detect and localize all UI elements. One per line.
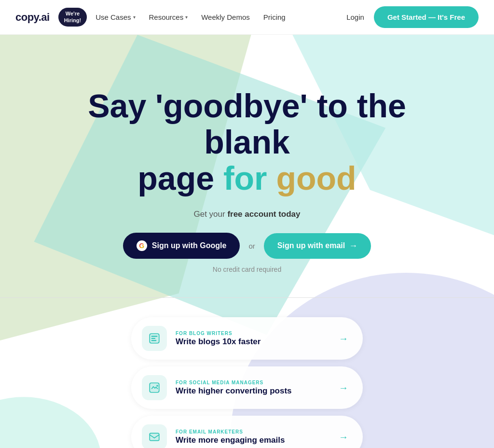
usecase-card-social[interactable]: FOR SOCIAL MEDIA MANAGERS Write higher c… [131,366,363,409]
email-icon [148,431,161,443]
nav-links: Use Cases ▾ Resources ▾ Weekly Demos Pri… [96,13,286,21]
signup-email-button[interactable]: Sign up with email → [264,233,371,259]
card-label-blog: FOR BLOG WRITERS [176,331,330,336]
svg-rect-8 [151,338,156,339]
chevron-down-icon: ▾ [133,14,136,20]
hero-area: Say 'goodbye' to the blank page for good… [0,35,494,448]
signup-google-button[interactable]: G Sign up with Google [123,233,240,259]
nav-use-cases[interactable]: Use Cases ▾ [96,13,135,21]
navbar: copy.ai We'reHiring! Use Cases ▾ Resourc… [0,0,494,35]
nav-pricing[interactable]: Pricing [263,13,286,21]
card-arrow-icon: → [339,333,348,344]
social-icon-wrap [142,375,167,400]
card-label-social: FOR SOCIAL MEDIA MANAGERS [176,380,330,385]
card-label-email: FOR EMAIL MARKETERS [176,429,330,434]
signup-row: G Sign up with Google or Sign up with em… [123,233,371,259]
usecase-card-blog[interactable]: FOR BLOG WRITERS Write blogs 10x faster … [131,317,363,360]
hero-content: Say 'goodbye' to the blank page for good… [0,35,494,448]
get-started-button[interactable]: Get Started — It's Free [374,6,479,28]
card-title-email: Write more engaging emails [176,435,330,445]
nav-right: Login Get Started — It's Free [346,6,479,28]
login-button[interactable]: Login [346,13,364,21]
social-icon [148,381,161,394]
nav-weekly-demos[interactable]: Weekly Demos [201,13,250,21]
hero-title: Say 'goodbye' to the blank page for good [49,88,445,196]
logo[interactable]: copy.ai [15,11,50,24]
nav-resources[interactable]: Resources ▾ [149,13,188,21]
card-title-social: Write higher converting posts [176,386,330,396]
blog-icon [148,332,161,345]
card-title-blog: Write blogs 10x faster [176,337,330,347]
arrow-icon: → [349,241,357,251]
nav-left: copy.ai We'reHiring! Use Cases ▾ Resourc… [15,8,286,26]
usecase-cards: FOR BLOG WRITERS Write blogs 10x faster … [131,317,363,448]
email-icon-wrap [142,424,167,448]
card-arrow-icon: → [339,432,348,443]
svg-rect-9 [151,340,157,341]
svg-rect-7 [151,336,158,337]
blog-icon-wrap [142,326,167,351]
divider [0,297,494,298]
svg-rect-14 [150,434,159,441]
card-arrow-icon: → [339,382,348,393]
google-icon: G [137,240,147,251]
hiring-badge[interactable]: We'reHiring! [58,8,87,26]
no-credit-card-note: No credit card required [213,266,281,273]
svg-rect-13 [156,385,158,387]
or-divider: or [248,242,255,250]
chevron-down-icon: ▾ [185,14,188,20]
hero-subtitle: Get your free account today [193,210,300,219]
usecase-card-email[interactable]: FOR EMAIL MARKETERS Write more engaging … [131,416,363,448]
